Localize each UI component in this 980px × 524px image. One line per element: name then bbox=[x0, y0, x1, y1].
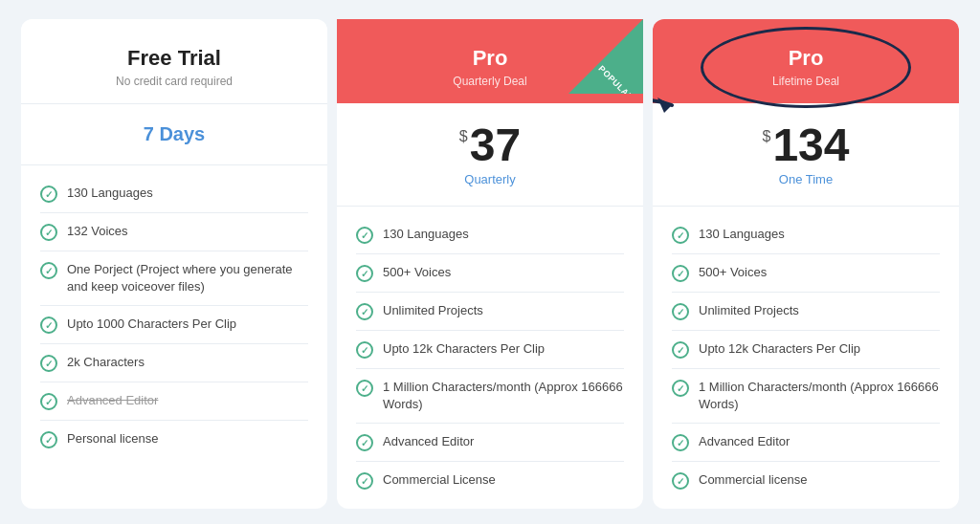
pro-quarterly-price-period: Quarterly bbox=[356, 172, 624, 186]
free-trial-period: 7 Days bbox=[40, 123, 308, 145]
pro-lifetime-price-section: $ 134 One Time bbox=[653, 103, 959, 207]
list-item: Upto 12k Characters Per Clip bbox=[356, 331, 624, 369]
list-item: 500+ Voices bbox=[672, 254, 940, 293]
free-trial-features: 130 Languages 132 Voices One Porject (Pr… bbox=[21, 165, 327, 509]
pro-quarterly-price-section: $ 37 Quarterly bbox=[337, 103, 643, 207]
list-item: 130 Languages bbox=[356, 216, 624, 254]
feature-text: Unlimited Projects bbox=[699, 302, 799, 319]
feature-text: Upto 1000 Characters Per Clip bbox=[67, 316, 236, 333]
feature-text: Personal license bbox=[67, 430, 158, 448]
feature-text: Advanced Editor bbox=[383, 433, 474, 450]
pro-lifetime-plan-name: Pro bbox=[672, 46, 940, 71]
list-item: Unlimited Projects bbox=[672, 293, 940, 331]
list-item: 132 Voices bbox=[40, 213, 308, 251]
free-trial-card: Free Trial No credit card required 7 Day… bbox=[21, 19, 327, 509]
list-item: 1 Million Characters/month (Approx 16666… bbox=[356, 369, 624, 424]
list-item: 2k Characters bbox=[40, 344, 308, 382]
check-icon bbox=[356, 472, 373, 490]
check-icon bbox=[40, 393, 57, 410]
pro-quarterly-card: Pro Quarterly Deal POPULAR $ 37 Quarterl… bbox=[337, 19, 643, 509]
check-icon bbox=[356, 227, 373, 244]
pro-quarterly-plan-name: Pro bbox=[356, 46, 624, 71]
check-icon bbox=[40, 262, 57, 279]
feature-text: 132 Voices bbox=[67, 223, 128, 240]
pro-lifetime-subtitle: Lifetime Deal bbox=[672, 75, 940, 88]
feature-text: Unlimited Projects bbox=[383, 302, 483, 319]
dollar-sign: $ bbox=[459, 128, 468, 145]
pro-quarterly-features: 130 Languages 500+ Voices Unlimited Proj… bbox=[337, 207, 643, 509]
check-icon bbox=[672, 434, 689, 451]
check-icon bbox=[356, 341, 373, 359]
check-icon bbox=[672, 380, 689, 397]
pro-lifetime-price-period: One Time bbox=[672, 172, 940, 186]
pro-quarterly-header: Pro Quarterly Deal POPULAR bbox=[337, 19, 643, 103]
feature-text: 500+ Voices bbox=[699, 264, 767, 281]
feature-text: 130 Languages bbox=[699, 226, 785, 243]
pricing-container: Free Trial No credit card required 7 Day… bbox=[21, 19, 959, 509]
check-icon bbox=[672, 472, 689, 490]
feature-text: Upto 12k Characters Per Clip bbox=[383, 340, 545, 358]
free-trial-header: Free Trial No credit card required bbox=[21, 19, 327, 104]
pro-lifetime-price: $ 134 bbox=[672, 122, 940, 168]
check-icon bbox=[40, 224, 57, 241]
check-icon bbox=[356, 434, 373, 451]
feature-text: Advanced Editor bbox=[67, 392, 158, 409]
pro-lifetime-features: 130 Languages 500+ Voices Unlimited Proj… bbox=[653, 207, 959, 509]
pro-quarterly-price: $ 37 bbox=[356, 122, 624, 168]
check-icon bbox=[672, 265, 689, 282]
list-item: Advanced Editor bbox=[356, 424, 624, 462]
list-item: Commercial License bbox=[356, 462, 624, 499]
check-icon bbox=[356, 265, 373, 282]
dollar-sign: $ bbox=[763, 128, 771, 145]
check-icon bbox=[40, 317, 57, 334]
price-number: 134 bbox=[772, 122, 849, 168]
feature-text: 130 Languages bbox=[383, 226, 469, 243]
feature-text: Upto 12k Characters Per Clip bbox=[699, 340, 860, 358]
popular-badge-text: POPULAR bbox=[597, 64, 636, 103]
list-item: Upto 12k Characters Per Clip bbox=[672, 331, 940, 369]
free-trial-subtitle: No credit card required bbox=[40, 75, 308, 88]
feature-text: 130 Languages bbox=[67, 185, 153, 202]
check-icon bbox=[40, 186, 57, 203]
check-icon bbox=[40, 355, 57, 372]
list-item: 1 Million Characters/month (Approx 16666… bbox=[672, 369, 940, 424]
check-icon bbox=[356, 380, 373, 397]
list-item: Personal license bbox=[40, 421, 308, 458]
list-item: 500+ Voices bbox=[356, 254, 624, 293]
list-item: Advanced Editor bbox=[40, 382, 308, 421]
list-item: Upto 1000 Characters Per Clip bbox=[40, 306, 308, 344]
feature-text: 1 Million Characters/month (Approx 16666… bbox=[383, 379, 624, 413]
list-item: Unlimited Projects bbox=[356, 293, 624, 331]
feature-text: Commercial License bbox=[383, 471, 496, 489]
check-icon bbox=[356, 303, 373, 320]
feature-text: Commercial license bbox=[699, 471, 807, 489]
feature-text: 2k Characters bbox=[67, 354, 145, 371]
list-item: 130 Languages bbox=[40, 175, 308, 213]
check-icon bbox=[672, 341, 689, 359]
price-number: 37 bbox=[470, 122, 521, 168]
list-item: One Porject (Project where you generate … bbox=[40, 251, 308, 306]
pro-lifetime-header: Pro Lifetime Deal bbox=[653, 19, 959, 103]
feature-text: One Porject (Project where you generate … bbox=[67, 261, 308, 295]
feature-text: Advanced Editor bbox=[699, 433, 790, 450]
free-trial-price-section: 7 Days bbox=[21, 104, 327, 165]
check-icon bbox=[40, 431, 57, 448]
list-item: Commercial license bbox=[672, 462, 940, 499]
list-item: 130 Languages bbox=[672, 216, 940, 254]
feature-text: 1 Million Characters/month (Approx 16666… bbox=[699, 379, 940, 413]
pro-lifetime-card: Pro Lifetime Deal $ 134 One Time 130 Lan… bbox=[653, 19, 959, 509]
feature-text: 500+ Voices bbox=[383, 264, 451, 281]
list-item: Advanced Editor bbox=[672, 424, 940, 462]
free-trial-plan-name: Free Trial bbox=[40, 46, 308, 71]
check-icon bbox=[672, 303, 689, 320]
check-icon bbox=[672, 227, 689, 244]
